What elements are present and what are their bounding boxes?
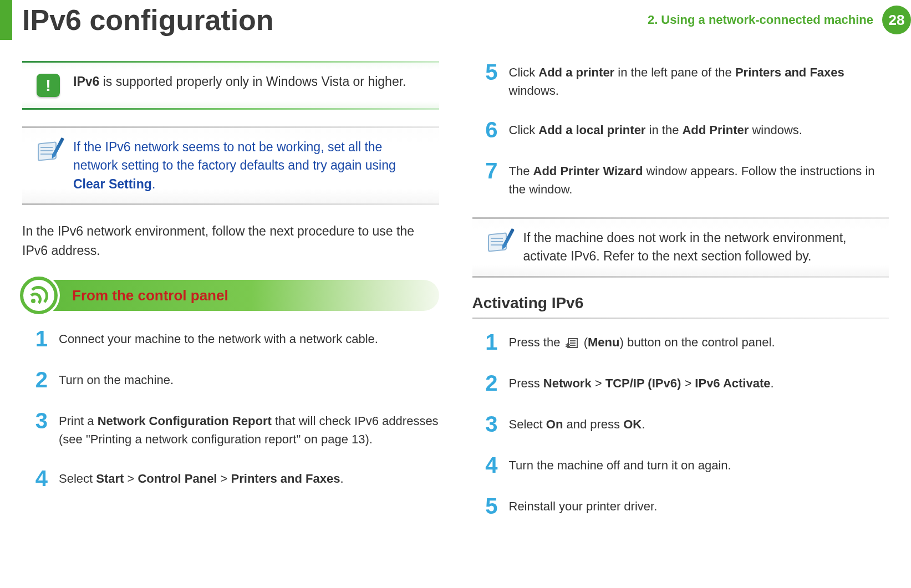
t: and press	[563, 417, 623, 431]
alert-bold: IPv6	[73, 74, 99, 89]
t: Start	[96, 472, 124, 485]
t: Select	[509, 417, 546, 431]
t: ) button on the control panel.	[619, 335, 775, 349]
header-right: 2. Using a network-connected machine 28	[648, 6, 911, 34]
subheading-activating: Activating IPv6	[472, 294, 889, 312]
note-pencil-icon	[35, 138, 61, 163]
step-number: 1	[478, 331, 498, 353]
tip-icon	[486, 229, 511, 254]
step-text: Select Start > Control Panel > Printers …	[59, 467, 344, 488]
step-1: 1 Connect your machine to the network wi…	[28, 328, 439, 350]
alert-text: IPv6 is supported properly only in Windo…	[73, 73, 406, 91]
step-number: 1	[28, 328, 48, 350]
step-text: Reinstall your printer driver.	[509, 495, 658, 515]
tip-text: If the machine does not work in the netw…	[523, 229, 876, 266]
left-column: ! IPv6 is supported properly only in Win…	[22, 61, 439, 536]
t: >	[592, 376, 605, 390]
chapter-label: 2. Using a network-connected machine	[648, 13, 873, 27]
t: Add a local printer	[538, 123, 645, 137]
alert-callout: ! IPv6 is supported properly only in Win…	[22, 61, 439, 110]
menu-icon: ✱	[566, 337, 579, 349]
step-text: Press Network > TCP/IP (IPv6) > IPv6 Act…	[509, 372, 774, 392]
exclamation-icon: !	[37, 74, 60, 97]
t: .	[771, 376, 774, 390]
step-3: 3 Print a Network Configuration Report t…	[28, 410, 439, 448]
t: >	[217, 472, 231, 485]
t: Click	[509, 65, 539, 79]
step-5: 5 Click Add a printer in the left pane o…	[478, 61, 889, 100]
page-header: IPv6 configuration 2. Using a network-co…	[0, 0, 911, 40]
t: TCP/IP (IPv6)	[605, 376, 681, 390]
tip-callout-right: If the machine does not work in the netw…	[472, 217, 889, 278]
step-7: 7 The Add Printer Wizard window appears.…	[478, 160, 889, 198]
step-4: 4 Select Start > Control Panel > Printer…	[28, 467, 439, 489]
tip-icon	[35, 138, 61, 163]
t: On	[546, 417, 563, 431]
t: .	[642, 417, 645, 431]
tip-bold: Clear Setting	[73, 177, 152, 191]
t: Network	[543, 376, 592, 390]
t: Add Printer Wizard	[533, 164, 643, 178]
step-text: The Add Printer Wizard window appears. F…	[509, 160, 889, 198]
section-icon	[20, 277, 58, 314]
t: (	[581, 335, 588, 349]
step-number: 3	[478, 413, 498, 435]
t: Printers and Faxes	[231, 472, 340, 485]
step-text: Turn on the machine.	[59, 369, 174, 389]
step-text: Print a Network Configuration Report tha…	[59, 410, 439, 448]
section-title: From the control panel	[72, 287, 228, 304]
step-text: Connect your machine to the network with…	[59, 328, 378, 348]
t: Printers and Faxes	[735, 65, 844, 79]
tip-line: If the IPv6 network seems to not be work…	[73, 140, 396, 172]
t: >	[124, 472, 138, 485]
t: Click	[509, 123, 539, 137]
step-text: Click Add a printer in the left pane of …	[509, 61, 889, 100]
note-pencil-icon	[486, 229, 511, 254]
steps-list-left: 1 Connect your machine to the network wi…	[22, 328, 439, 489]
step-number: 3	[28, 410, 48, 432]
t: Print a	[59, 414, 98, 428]
t: windows.	[749, 123, 802, 137]
act-step-4: 4 Turn the machine off and turn it on ag…	[478, 454, 889, 476]
alert-rest: is supported properly only in Windows Vi…	[99, 74, 406, 89]
t: Add Printer	[682, 123, 749, 137]
t: Menu	[588, 335, 619, 349]
steps-list-activating: 1 Press the ✱ (Menu) button on the contr…	[472, 331, 889, 517]
page-number-badge: 28	[882, 6, 911, 34]
step-text: Turn the machine off and turn it on agai…	[509, 454, 731, 474]
t: in the	[645, 123, 682, 137]
t: .	[340, 472, 343, 485]
t: >	[681, 376, 695, 390]
step-number: 5	[478, 61, 498, 83]
alert-icon: !	[35, 73, 61, 98]
t: Press	[509, 376, 543, 390]
section-header: From the control panel	[22, 280, 439, 311]
rss-icon	[29, 286, 48, 305]
t: Network Configuration Report	[98, 414, 272, 428]
t: Select	[59, 472, 96, 485]
steps-list-right-top: 5 Click Add a printer in the left pane o…	[472, 61, 889, 198]
right-column: 5 Click Add a printer in the left pane o…	[472, 61, 889, 536]
t: Control Panel	[138, 472, 217, 485]
step-number: 2	[28, 369, 48, 391]
tip-text: If the IPv6 network seems to not be work…	[73, 138, 426, 193]
step-number: 4	[28, 467, 48, 489]
t: Press the	[509, 335, 564, 349]
tip-after: .	[152, 177, 155, 191]
act-step-1: 1 Press the ✱ (Menu) button on the contr…	[478, 331, 889, 353]
step-text: Click Add a local printer in the Add Pri…	[509, 119, 802, 139]
tip-callout: If the IPv6 network seems to not be work…	[22, 126, 439, 205]
step-text: Select On and press OK.	[509, 413, 645, 433]
t: Add a printer	[538, 65, 614, 79]
step-number: 4	[478, 454, 498, 476]
act-step-3: 3 Select On and press OK.	[478, 413, 889, 435]
t: OK	[623, 417, 642, 431]
t: in the left pane of the	[614, 65, 735, 79]
step-number: 2	[478, 372, 498, 394]
step-2: 2 Turn on the machine.	[28, 369, 439, 391]
step-number: 7	[478, 160, 498, 182]
step-number: 6	[478, 119, 498, 141]
step-number: 5	[478, 495, 498, 517]
page-title: IPv6 configuration	[22, 3, 274, 37]
header-accent-bar	[0, 0, 12, 40]
